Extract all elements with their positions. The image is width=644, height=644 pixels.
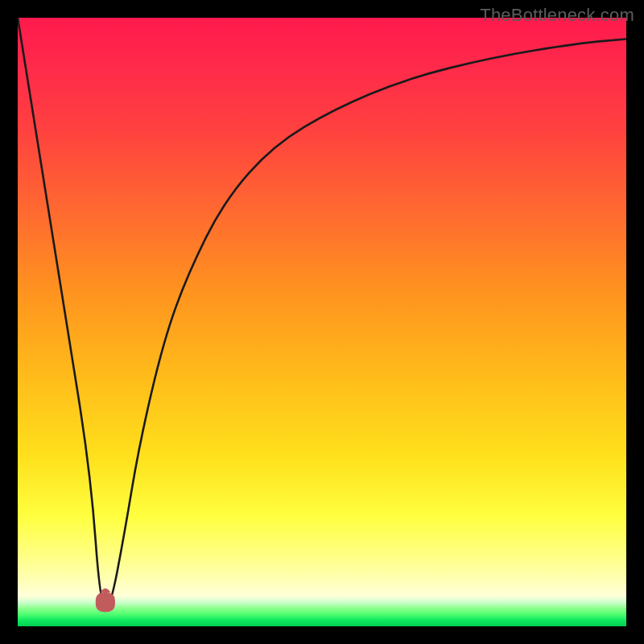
plot-area [18,18,626,626]
chart-frame: TheBottleneck.com [0,0,644,644]
attribution-text: TheBottleneck.com [480,5,634,26]
